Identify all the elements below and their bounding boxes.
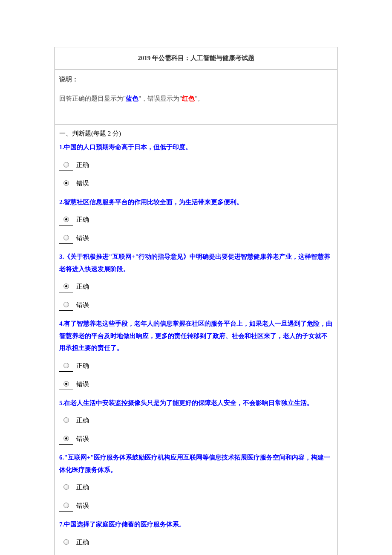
radio-icon[interactable] (59, 217, 73, 225)
question-text: 1.中国的人口预期寿命高于日本，但低于印度。 (59, 141, 333, 153)
question-text: 3.《关于积极推进"互联网+"行动的指导意见》中明确提出要促进智慧健康养老产业，… (59, 251, 333, 275)
radio-icon[interactable] (59, 162, 73, 171)
option-correct[interactable]: 正确 (59, 281, 333, 292)
radio-icon[interactable] (59, 302, 73, 311)
radio-icon[interactable] (59, 180, 73, 189)
page-title: 2019 年公需科目：人工智能与健康考试题 (55, 47, 337, 69)
option-label: 正确 (76, 159, 89, 171)
option-correct[interactable]: 正确 (59, 537, 333, 548)
radio-icon[interactable] (59, 235, 73, 244)
option-wrong[interactable]: 错误 (59, 299, 333, 311)
option-correct[interactable]: 正确 (59, 482, 333, 493)
radio-icon[interactable] (59, 484, 73, 493)
option-label: 正确 (76, 415, 89, 426)
question-text: 6."互联网+"医疗服务体系鼓励医疗机构应用互联网等信息技术拓展医疗服务空间和内… (59, 451, 333, 476)
question-text: 5.在老人生活中安装监控摄像头只是为了能更好的保障老人安全，不会影响日常独立生活… (59, 397, 333, 409)
questions-section: 一、判断题(每题 2 分) 1.中国的人口预期寿命高于日本，但低于印度。正确错误… (55, 124, 337, 555)
option-wrong[interactable]: 错误 (59, 379, 333, 390)
section-header: 一、判断题(每题 2 分) (59, 128, 333, 139)
question-text: 4.有了智慧养老这些手段，老年人的信息掌握在社区的服务平台上，如果老人一旦遇到了… (59, 318, 333, 354)
question-text: 7.中国选择了家庭医疗储蓄的医疗服务体系。 (59, 518, 333, 531)
option-label: 错误 (76, 178, 89, 189)
radio-icon[interactable] (59, 417, 73, 426)
option-wrong[interactable]: 错误 (59, 232, 333, 244)
option-label: 正确 (76, 360, 89, 372)
option-correct[interactable]: 正确 (59, 415, 333, 426)
option-label: 错误 (76, 433, 89, 445)
exam-container: 2019 年公需科目：人工智能与健康考试题 说明： 回答正确的题目显示为"蓝色"… (55, 47, 337, 555)
radio-icon[interactable] (59, 381, 73, 390)
blue-marker: 蓝色 (126, 95, 138, 102)
option-correct[interactable]: 正确 (59, 214, 333, 225)
radio-icon[interactable] (59, 436, 73, 445)
option-label: 错误 (76, 500, 89, 512)
option-label: 正确 (76, 537, 89, 548)
option-label: 错误 (76, 299, 89, 311)
option-correct[interactable]: 正确 (59, 360, 333, 372)
option-correct[interactable]: 正确 (59, 159, 333, 171)
instruction-block: 说明： 回答正确的题目显示为"蓝色"，错误显示为"红色"。 (55, 69, 337, 124)
option-label: 错误 (76, 379, 89, 390)
option-label: 正确 (76, 214, 89, 225)
question-text: 2.智慧社区信息服务平台的作用比较全面，为生活带来更多便利。 (59, 196, 333, 208)
radio-icon[interactable] (59, 503, 73, 512)
option-wrong[interactable]: 错误 (59, 178, 333, 189)
radio-icon[interactable] (59, 283, 73, 292)
option-label: 正确 (76, 281, 89, 292)
option-label: 错误 (76, 232, 89, 244)
instruction-text: 回答正确的题目显示为"蓝色"，错误显示为"红色"。 (59, 93, 333, 104)
radio-icon[interactable] (59, 363, 73, 372)
option-wrong[interactable]: 错误 (59, 500, 333, 512)
red-marker: 红色 (182, 95, 195, 102)
radio-icon[interactable] (59, 539, 73, 548)
option-wrong[interactable]: 错误 (59, 433, 333, 445)
option-label: 正确 (76, 482, 89, 493)
instruction-label: 说明： (59, 74, 333, 85)
